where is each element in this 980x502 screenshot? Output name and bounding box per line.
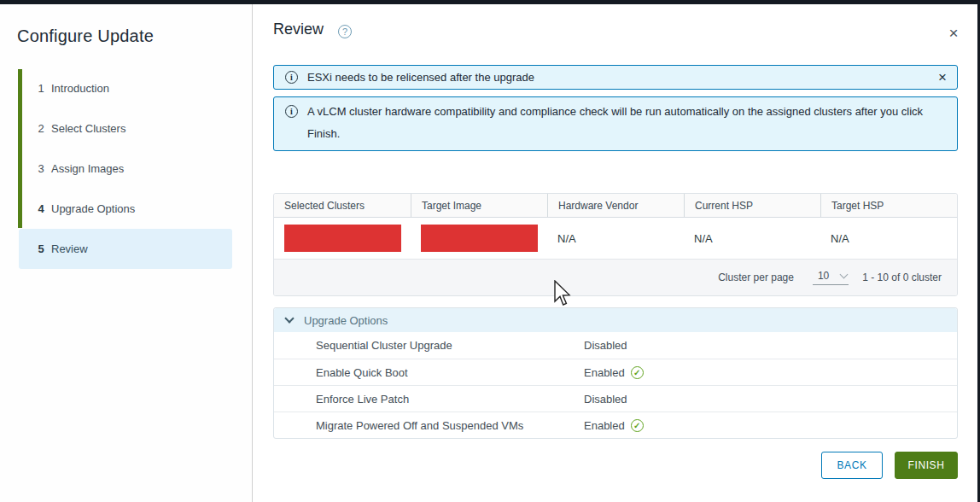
table-pagination: Cluster per page 10 1 - 10 of 0 cluster [274, 259, 957, 295]
banner-text: A vLCM cluster hardware compatibility an… [307, 101, 949, 145]
step-number: 5 [32, 242, 50, 255]
step-number: 2 [32, 122, 50, 135]
option-value: Disabled [584, 393, 627, 406]
window-top-edge [0, 0, 980, 4]
column-header-target-image: Target Image [411, 194, 547, 217]
success-check-icon: ✓ [631, 419, 644, 432]
option-label: Migrate Powered Off and Suspended VMs [316, 419, 523, 432]
sidebar-step-assign-images[interactable]: 3 Assign Images [19, 149, 232, 189]
page-title: Review [273, 20, 324, 38]
chevron-down-icon [840, 271, 849, 279]
upgrade-options-section: Upgrade Options Sequential Cluster Upgra… [273, 307, 958, 439]
upgrade-options-title: Upgrade Options [304, 314, 388, 327]
option-value: Enabled✓ [584, 419, 644, 432]
cell-target-hsp: N/A [820, 218, 957, 259]
pagination-range: 1 - 10 of 0 cluster [862, 271, 942, 283]
option-label: Sequential Cluster Upgrade [316, 339, 452, 352]
sidebar-divider [252, 4, 253, 502]
column-header-hardware-vendor: Hardware Vendor [547, 194, 684, 217]
banner-text: ESXi needs to be relicensed after the up… [307, 70, 534, 85]
table-header-row: Selected Clusters Target Image Hardware … [274, 194, 957, 218]
redacted-block [284, 225, 401, 252]
option-row-sequential-cluster-upgrade: Sequential Cluster Upgrade Disabled [274, 332, 957, 359]
banner-close-icon[interactable]: × [938, 66, 947, 89]
column-header-selected-clusters: Selected Clusters [274, 194, 411, 217]
cell-current-hsp: N/A [684, 218, 820, 259]
step-number: 3 [32, 162, 50, 175]
option-label: Enforce Live Patch [316, 393, 409, 406]
table-row: N/A N/A N/A [274, 218, 957, 259]
upgrade-options-header[interactable]: Upgrade Options [274, 308, 957, 332]
redacted-block [421, 225, 538, 252]
mouse-cursor [553, 280, 572, 311]
sidebar-step-select-clusters[interactable]: 2 Select Clusters [19, 108, 232, 149]
cell-target-image [411, 218, 547, 259]
info-banner-vlcm-check: i A vLCM cluster hardware compatibility … [273, 96, 958, 151]
per-page-value: 10 [818, 270, 829, 282]
column-header-target-hsp: Target HSP [820, 194, 957, 217]
per-page-select[interactable]: 10 [813, 270, 849, 285]
option-row-enforce-live-patch: Enforce Live Patch Disabled [274, 385, 957, 412]
back-button[interactable]: BACK [821, 452, 883, 479]
step-number: 1 [32, 82, 50, 95]
column-header-current-hsp: Current HSP [684, 194, 820, 217]
step-label: Select Clusters [51, 122, 125, 135]
help-icon[interactable]: ? [338, 25, 352, 38]
option-label: Enable Quick Boot [316, 366, 408, 379]
step-label: Upgrade Options [51, 202, 135, 215]
option-value: Enabled✓ [584, 366, 644, 379]
step-label: Assign Images [51, 162, 124, 175]
info-banner-relicense: i ESXi needs to be relicensed after the … [273, 65, 958, 90]
cell-selected-clusters [274, 218, 411, 259]
info-icon: i [285, 71, 298, 84]
close-icon[interactable]: × [943, 23, 964, 44]
per-page-label: Cluster per page [718, 271, 794, 283]
sidebar-step-introduction[interactable]: 1 Introduction [19, 68, 232, 108]
option-value: Disabled [584, 339, 627, 352]
clusters-table: Selected Clusters Target Image Hardware … [273, 193, 958, 296]
step-label: Review [51, 242, 88, 255]
info-icon: i [285, 105, 298, 118]
cell-hardware-vendor: N/A [547, 218, 684, 259]
step-label: Introduction [51, 82, 109, 95]
success-check-icon: ✓ [631, 366, 644, 379]
wizard-sidebar: Configure Update 1 Introduction 2 Select… [0, 4, 252, 502]
chevron-down-icon [284, 313, 294, 323]
sidebar-step-review[interactable]: 5 Review [19, 229, 232, 269]
option-row-migrate-powered-off-vms: Migrate Powered Off and Suspended VMs En… [274, 412, 957, 438]
finish-button[interactable]: FINISH [895, 452, 958, 479]
step-number: 4 [32, 202, 50, 215]
wizard-steps: 1 Introduction 2 Select Clusters 3 Assig… [0, 68, 252, 269]
wizard-title: Configure Update [17, 26, 154, 46]
option-row-enable-quick-boot: Enable Quick Boot Enabled✓ [274, 359, 957, 385]
sidebar-step-upgrade-options[interactable]: 4 Upgrade Options [19, 189, 232, 229]
